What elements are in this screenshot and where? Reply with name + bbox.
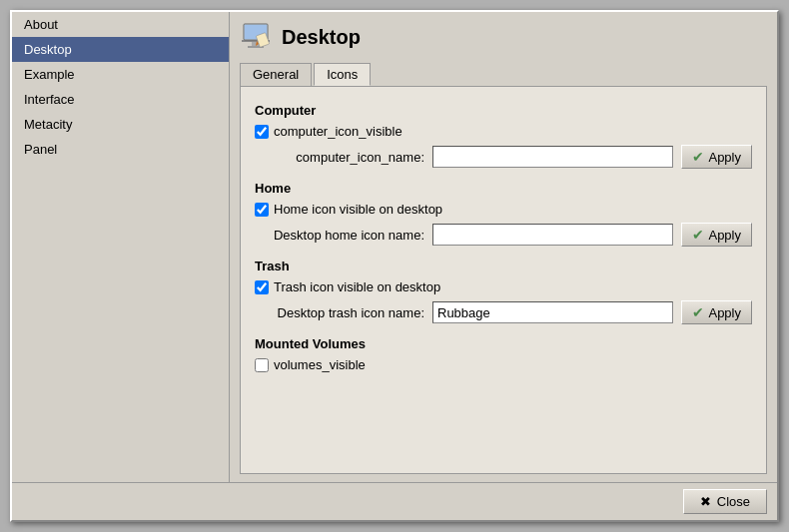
computer-icon-visible-checkbox[interactable] <box>255 125 269 139</box>
tabs-bar: General Icons <box>240 63 767 86</box>
main-dialog: About Desktop Example Interface Metacity… <box>10 10 779 522</box>
section-home: Home Home icon visible on desktop Deskto… <box>255 181 752 247</box>
trash-icon-name-input[interactable] <box>432 301 673 323</box>
home-icon-visible-label: Home icon visible on desktop <box>274 202 442 217</box>
sidebar-item-metacity[interactable]: Metacity <box>12 112 229 137</box>
section-title-trash: Trash <box>255 259 752 273</box>
tab-general[interactable]: General <box>240 63 312 86</box>
apply-check-icon-home: ✔ <box>692 227 704 243</box>
computer-icon-name-input[interactable] <box>432 146 673 168</box>
section-title-home: Home <box>255 181 752 196</box>
close-x-icon: ✖ <box>700 494 711 509</box>
dialog-body: About Desktop Example Interface Metacity… <box>12 12 777 482</box>
dialog-footer: ✖ Close <box>12 482 777 520</box>
section-title-mounted-volumes: Mounted Volumes <box>255 336 752 351</box>
trash-input-row: Desktop trash icon name: ✔ Apply <box>255 300 752 324</box>
volumes-visible-label: volumes_visible <box>274 357 366 372</box>
computer-apply-button[interactable]: ✔ Apply <box>681 145 752 169</box>
sidebar: About Desktop Example Interface Metacity… <box>12 12 230 482</box>
computer-input-row: computer_icon_name: ✔ Apply <box>255 145 752 169</box>
sidebar-item-panel[interactable]: Panel <box>12 137 229 162</box>
trash-input-label: Desktop trash icon name: <box>255 305 424 320</box>
main-content: Desktop General Icons Computer comp <box>230 12 777 482</box>
trash-apply-button[interactable]: ✔ Apply <box>681 300 752 324</box>
sidebar-item-interface[interactable]: Interface <box>12 87 229 112</box>
section-trash: Trash Trash icon visible on desktop Desk… <box>255 259 752 324</box>
sidebar-item-desktop[interactable]: Desktop <box>12 37 229 62</box>
volumes-visible-checkbox[interactable] <box>255 358 269 372</box>
sidebar-item-example[interactable]: Example <box>12 62 229 87</box>
home-apply-button[interactable]: ✔ Apply <box>681 223 752 247</box>
section-mounted-volumes: Mounted Volumes volumes_visible <box>255 336 752 372</box>
trash-icon-visible-label: Trash icon visible on desktop <box>274 279 440 294</box>
home-input-row: Desktop home icon name: ✔ Apply <box>255 223 752 247</box>
tab-panel-icons: Computer computer_icon_visible computer_… <box>240 86 767 474</box>
computer-checkbox-row: computer_icon_visible <box>255 124 752 139</box>
trash-checkbox-row: Trash icon visible on desktop <box>255 279 752 294</box>
close-button[interactable]: ✖ Close <box>683 489 767 514</box>
home-icon-name-input[interactable] <box>432 224 673 246</box>
section-computer: Computer computer_icon_visible computer_… <box>255 103 752 169</box>
trash-icon-visible-checkbox[interactable] <box>255 280 269 294</box>
section-title-computer: Computer <box>255 103 752 118</box>
tab-icons[interactable]: Icons <box>314 63 371 86</box>
home-checkbox-row: Home icon visible on desktop <box>255 202 752 217</box>
computer-input-label: computer_icon_name: <box>255 150 424 165</box>
sidebar-item-about[interactable]: About <box>12 12 229 37</box>
home-icon-visible-checkbox[interactable] <box>255 203 269 217</box>
home-input-label: Desktop home icon name: <box>255 228 424 243</box>
page-title: Desktop <box>282 26 361 49</box>
page-header: Desktop <box>240 20 767 55</box>
computer-icon-visible-label: computer_icon_visible <box>274 124 402 139</box>
apply-check-icon: ✔ <box>692 149 704 165</box>
desktop-icon <box>240 20 272 55</box>
apply-check-icon-trash: ✔ <box>692 304 704 320</box>
volumes-checkbox-row: volumes_visible <box>255 357 752 372</box>
